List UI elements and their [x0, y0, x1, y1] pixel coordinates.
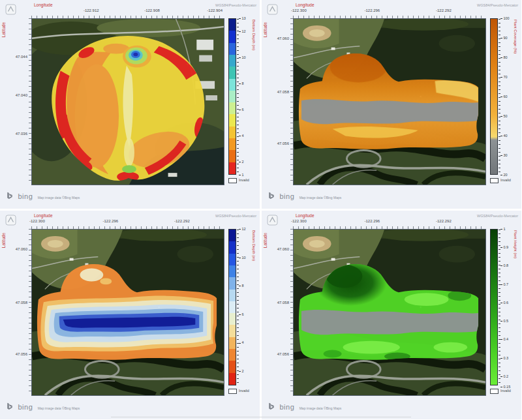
invalid-label: Invalid: [500, 178, 511, 182]
satellite-map-graphic: [32, 230, 224, 395]
colorbar-title: Bottom Depth (m): [252, 230, 256, 261]
colorbar-tick: 70: [500, 75, 508, 79]
y-tick: 47.044: [16, 55, 27, 59]
bing-logo-icon: [5, 192, 14, 200]
colorbar-tick: 60: [500, 95, 508, 98]
colorbar-tick: 13: [239, 16, 246, 20]
colorbar-tick: 12: [239, 29, 246, 33]
colorbar-tick: 0.8: [500, 263, 508, 267]
invalid-swatch: [228, 389, 237, 394]
colorbar-tick: 12: [239, 227, 246, 231]
bing-logo-icon: [267, 402, 275, 411]
y-tick: 47.060: [277, 247, 289, 251]
view-orientation-icon[interactable]: [5, 4, 16, 15]
colorbar-gradient: [229, 19, 236, 174]
y-tick: 47.058: [16, 301, 27, 305]
x-tick: -122.296: [365, 219, 380, 223]
colorbar-title: Bottom Depth (m): [252, 20, 256, 50]
colorbar: [228, 18, 236, 175]
colorbar-gradient: [491, 230, 497, 385]
colorbar-gradient: [229, 230, 236, 385]
projection-label: WGS84/Pseudo-Mercator: [215, 3, 256, 7]
view-orientation-icon[interactable]: [5, 215, 16, 226]
colorbar-tick: 0.5: [500, 319, 508, 323]
y-tick: 47.056: [277, 352, 289, 356]
bing-logo-text: bing: [18, 403, 33, 411]
invalid-label: Invalid: [239, 389, 249, 393]
view-orientation-icon[interactable]: [267, 215, 278, 226]
x-tick: -122.912: [84, 8, 99, 12]
attribution-credit: Map image data ©Bing Maps: [38, 406, 80, 410]
colorbar-title: Plant Coverage (%): [514, 20, 517, 53]
colorbar-tick: 6: [239, 108, 244, 112]
colorbar-tick: 0.2: [500, 374, 508, 378]
colorbar-tick: 8: [239, 82, 244, 85]
map-canvas-river-depth[interactable]: [31, 229, 224, 396]
y-tick: 47.060: [277, 37, 289, 40]
bing-logo-icon: [5, 402, 14, 411]
colorbar: [490, 18, 498, 175]
colorbar-tick: 100: [500, 16, 510, 20]
panel-bottom-depth-lake: Longitude WGS84/Pseudo-Mercator Latitude…: [0, 0, 260, 209]
x-axis-ticks: -122.300 -122.296 -122.292: [31, 219, 224, 225]
view-orientation-icon[interactable]: [267, 4, 278, 15]
invalid-swatch: [228, 178, 237, 183]
map-attribution: bing Map image data ©Bing Maps: [267, 190, 341, 200]
colorbar-tick: 0.4: [500, 337, 508, 341]
bing-logo-text: bing: [279, 192, 294, 200]
colorbar-tick: 40: [500, 134, 508, 138]
panel-plant-coverage-river: Longitude WGS84/Pseudo-Mercator Latitude…: [262, 0, 521, 209]
colorbar-tick: 6: [239, 312, 244, 316]
colorbar-tick: 8: [239, 284, 244, 288]
x-tick: -122.292: [174, 219, 190, 223]
panel-plant-height-river: Longitude WGS84/Pseudo-Mercator Latitude…: [262, 211, 521, 419]
x-tick: -122.300: [291, 219, 307, 223]
x-axis-ticks: -122.300 -122.296 -122.292: [293, 8, 486, 14]
colorbar-tick: 0.6: [500, 301, 508, 305]
colorbar-tick: 0.7: [500, 282, 508, 286]
y-tick: 47.056: [277, 142, 289, 145]
x-axis-ticks: -122.300 -122.296 -122.292: [293, 219, 486, 225]
map-canvas-lake-depth[interactable]: [31, 18, 224, 185]
y-tick: 47.040: [16, 93, 27, 97]
invalid-swatch: [490, 178, 499, 183]
attribution-credit: Map image data ©Bing Maps: [38, 196, 80, 200]
x-tick: -122.296: [103, 219, 119, 223]
colorbar-tick: 30: [500, 153, 508, 157]
x-tick: -122.292: [436, 219, 452, 223]
colorbar: [228, 229, 236, 385]
colorbar-tick: 90: [500, 36, 508, 40]
satellite-map-graphic: [294, 19, 485, 185]
map-attribution: bing Map image data ©Bing Maps: [5, 190, 80, 200]
projection-label: WGS84/Pseudo-Mercator: [477, 214, 518, 218]
colorbar-tick: 2: [239, 369, 244, 373]
colorbar-title: Plant Height (m): [514, 230, 517, 258]
y-axis-ticks: 47.060 47.058 47.056: [262, 18, 291, 185]
satellite-map-graphic: [294, 230, 485, 395]
colorbar-tick: 1: [239, 173, 244, 177]
bing-logo-text: bing: [18, 192, 33, 200]
page-divider: [111, 417, 411, 417]
x-axis-title: Longitude: [296, 3, 315, 7]
projection-label: WGS84/Pseudo-Mercator: [215, 214, 256, 218]
x-tick: -122.292: [436, 8, 452, 12]
y-axis-ticks: 47.060 47.058 47.056: [262, 229, 291, 396]
x-axis-ticks: -122.912 -122.908 -122.904: [31, 8, 224, 14]
y-tick: 47.056: [16, 352, 27, 356]
satellite-map-graphic: [32, 19, 224, 185]
panel-bottom-depth-river: Longitude WGS84/Pseudo-Mercator Latitude…: [0, 211, 260, 419]
x-tick: -122.300: [29, 219, 45, 223]
y-axis-ticks: 47.060 47.058 47.056: [0, 229, 29, 396]
y-tick: 47.058: [277, 301, 289, 305]
attribution-credit: Map image data ©Bing Maps: [299, 196, 342, 200]
invalid-label: Invalid: [500, 389, 511, 393]
map-canvas-plant-coverage[interactable]: [293, 18, 486, 185]
map-canvas-plant-height[interactable]: [293, 229, 486, 396]
y-tick: 47.060: [16, 247, 27, 251]
colorbar-tick: 10: [239, 55, 246, 59]
attribution-credit: Map image data ©Bing Maps: [299, 406, 342, 410]
y-tick: 47.058: [277, 90, 289, 94]
map-attribution: bing Map image data ©Bing Maps: [5, 400, 80, 411]
colorbar-tick: 20: [500, 173, 508, 177]
x-axis-title: Longitude: [34, 3, 53, 7]
